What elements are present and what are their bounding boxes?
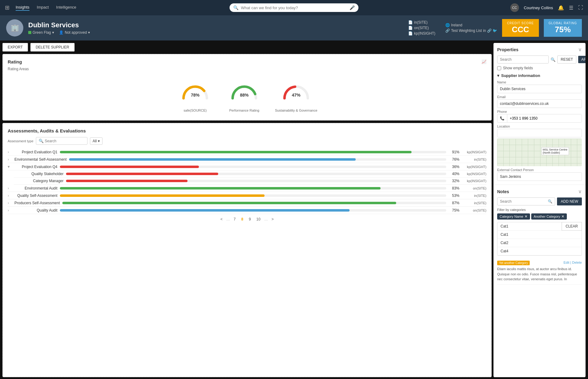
rating-areas-label: Rating Areas — [8, 67, 486, 71]
mic-icon[interactable]: 🎤 — [350, 5, 355, 10]
table-row: › Project Evaluation Q1 91% kp(INSIGHT) — [8, 148, 486, 156]
row-bar-wrap-3 — [66, 173, 446, 175]
name-input[interactable] — [497, 85, 582, 93]
link-insite[interactable]: 📄in(SITE) — [408, 20, 435, 25]
menu-icon[interactable]: ☰ — [569, 5, 573, 11]
nav-intelligence[interactable]: Intelligence — [56, 5, 76, 11]
phone-flag-icon: 📞 — [497, 114, 507, 122]
properties-search-row: 🔍 RESET APPLY — [497, 56, 582, 63]
row-bar-1 — [69, 158, 356, 161]
filter-tag-label-2: Another Category — [534, 215, 560, 218]
clear-button[interactable]: CLEAR — [562, 222, 582, 231]
page-9[interactable]: 9 — [247, 216, 253, 222]
row-expand-icon-5[interactable]: › — [8, 186, 12, 190]
row-expand-icon-7[interactable]: › — [8, 201, 12, 205]
nav-insights[interactable]: Insights — [16, 5, 29, 11]
note-actions[interactable]: Edit | Delete — [563, 261, 582, 264]
properties-collapse-icon[interactable]: ∨ — [578, 47, 582, 52]
flag-badge[interactable]: Green Flag ▾ — [28, 30, 54, 35]
flag-label: Green Flag — [33, 30, 51, 35]
expand-icon[interactable]: ⛶ — [578, 5, 583, 10]
global-rating-label: GLOBAL RATING — [549, 21, 577, 25]
supplier-links-left: 📄in(SITE) 📄on(SITE) 📄kp(INSIGHT) — [408, 20, 435, 36]
assessments-search-input[interactable] — [45, 139, 85, 143]
nav-impact[interactable]: Impact — [37, 5, 49, 11]
cat-item-2[interactable]: Cat1 — [497, 231, 582, 239]
next-page-button[interactable]: > — [270, 216, 276, 222]
user-name: Courtney Collins — [524, 6, 553, 10]
bell-icon[interactable]: 🔔 — [558, 5, 564, 11]
link-onsite[interactable]: 📄on(SITE) — [408, 26, 435, 30]
row-expand-icon-2[interactable]: ▾ — [8, 164, 12, 169]
row-expand-icon-1[interactable]: › — [8, 157, 12, 162]
filter-tag-remove-2[interactable]: ✕ — [561, 214, 564, 219]
cat-item-4[interactable]: Cat4 — [497, 247, 582, 255]
filter-tag-remove-1[interactable]: ✕ — [524, 214, 528, 219]
map-grid — [497, 139, 582, 166]
external-contact-input[interactable] — [497, 172, 582, 181]
row-name-4: Category Manager — [21, 179, 64, 183]
row-bar-3 — [66, 173, 218, 175]
row-pct-0: 91% — [449, 150, 459, 154]
link-kpinsight[interactable]: 📄kp(INSIGHT) — [408, 31, 435, 36]
gauge-item-0: 78% safe(SOURCE) — [177, 79, 214, 112]
row-expand-icon-8[interactable]: › — [8, 208, 12, 212]
table-row: › Environmental Self-Assessment 76% in(S… — [8, 156, 486, 163]
notes-controls: 🔍 ADD NEW — [497, 197, 582, 205]
properties-search-input[interactable] — [497, 56, 549, 63]
gauge-pct-text-0: 78% — [191, 93, 200, 98]
row-name-5: Environmental Audit — [14, 186, 57, 190]
phone-input[interactable] — [507, 114, 582, 122]
row-pct-1: 76% — [449, 157, 459, 162]
assessments-title: Assessments, Audits & Evaluations — [8, 128, 486, 133]
approval-badge[interactable]: 👤 Not approved ▾ — [59, 30, 90, 35]
apply-button[interactable]: APPLY — [578, 56, 586, 63]
show-empty-label[interactable]: Show empty fields — [503, 66, 533, 70]
assessment-type-dropdown[interactable]: All ▾ — [90, 137, 103, 145]
export-button[interactable]: EXPORT — [2, 43, 28, 52]
name-field-group: Name — [497, 80, 582, 93]
supplier-info-header[interactable]: ▾ Supplier information — [497, 73, 582, 78]
credit-score-value: CCC — [512, 25, 529, 34]
table-row: Category Manager 32% kp(INSIGHT) — [14, 178, 486, 185]
notes-search-icon: 🔍 — [548, 199, 552, 204]
note-item: Edit | Delete Yet another Category Etiam… — [497, 258, 582, 285]
prev-page-button[interactable]: < — [219, 216, 224, 222]
reset-button[interactable]: RESET — [557, 56, 576, 63]
supplier-info-title: Supplier information — [501, 73, 540, 78]
avatar: CC — [510, 3, 519, 12]
filter-tags: Category Name ✕ Another Category ✕ — [497, 213, 582, 220]
row-bar-0 — [60, 151, 412, 153]
row-tag-3: kp(INSIGHT) — [462, 172, 486, 176]
cat-item-3[interactable]: Cat2 — [497, 239, 582, 247]
grid-icon[interactable]: ⊞ — [5, 4, 10, 11]
link-test-weighting[interactable]: 🔗 Test Weighting List in 🔗 🐦 — [445, 29, 497, 33]
row-bar-wrap-0 — [60, 151, 446, 153]
page-10[interactable]: 10 — [254, 216, 262, 222]
email-input[interactable] — [497, 99, 582, 108]
location-input[interactable] — [497, 129, 582, 137]
page-7[interactable]: 7 — [232, 216, 238, 222]
row-pct-5: 83% — [449, 186, 459, 190]
assessments-controls: Assessment type 🔍 All ▾ — [8, 137, 486, 145]
notes-collapse-icon[interactable]: ∨ — [578, 189, 582, 194]
filter-by-categories-label: Filter by categories — [497, 208, 582, 212]
gauge-svg-1: 88% — [226, 79, 263, 107]
add-new-button[interactable]: ADD NEW — [557, 197, 582, 205]
delete-supplier-button[interactable]: DELETE SUPPLIER — [30, 43, 74, 52]
notes-dropdown: Cat1 Cat1 Cat2 Cat4 CLEAR — [497, 222, 582, 256]
note-text: Etiam iaculis mattis risus, at auctor ar… — [497, 266, 582, 282]
row-expand-icon-6[interactable]: › — [8, 193, 12, 198]
notes-search-input[interactable] — [500, 199, 547, 204]
row-expand-icon-0[interactable]: › — [8, 150, 12, 154]
assessment-rows: › Project Evaluation Q1 91% kp(INSIGHT) … — [8, 148, 486, 214]
page-8[interactable]: 8 — [239, 216, 245, 222]
gauge-svg-2: 47% — [278, 79, 315, 107]
rating-card: Rating 📈 Rating Areas 78% safe(SOURCE) 8… — [2, 54, 492, 121]
show-empty-checkbox[interactable] — [497, 66, 501, 70]
right-panel: Properties ∨ 🔍 RESET APPLY Show empty fi… — [493, 43, 586, 377]
link-ireland[interactable]: 🌐Ireland — [445, 23, 497, 27]
global-search-input[interactable] — [241, 6, 347, 10]
chart-icon[interactable]: 📈 — [482, 59, 486, 64]
row-pct-2: 36% — [449, 165, 459, 169]
